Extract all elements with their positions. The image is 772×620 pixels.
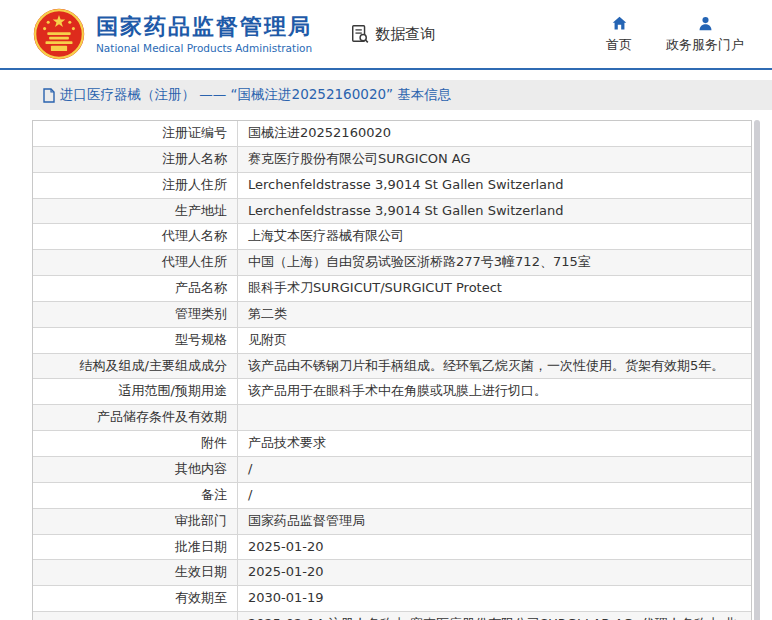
row-label: 变更情况 bbox=[33, 612, 238, 620]
document-search-icon bbox=[350, 24, 370, 44]
table-row: 其他内容/ bbox=[33, 456, 751, 482]
person-icon bbox=[697, 15, 714, 32]
table-row: 注册证编号国械注进20252160020 bbox=[33, 121, 751, 146]
table-row: 适用范围/预期用途该产品用于在眼科手术中在角膜或巩膜上进行切口。 bbox=[33, 378, 751, 404]
row-label-text: 附件 bbox=[201, 434, 227, 453]
row-label: 产品名称 bbox=[33, 276, 238, 301]
row-value: 2025-01-20 bbox=[238, 560, 751, 585]
table-row: 结构及组成/主要组成成分该产品由不锈钢刀片和手柄组成。经环氧乙烷灭菌，一次性使用… bbox=[33, 353, 751, 379]
header-right-nav: 首页 政务服务门户 bbox=[606, 15, 744, 54]
nav-home-label: 首页 bbox=[606, 36, 632, 54]
row-label: 生效日期 bbox=[33, 560, 238, 585]
row-label: 管理类别 bbox=[33, 302, 238, 327]
nav-gov-portal-label: 政务服务门户 bbox=[666, 36, 744, 54]
table-row: 型号规格见附页 bbox=[33, 327, 751, 353]
row-value: 国家药品监督管理局 bbox=[238, 509, 751, 534]
national-emblem-logo bbox=[32, 7, 86, 61]
table-row: 附件产品技术要求 bbox=[33, 430, 751, 456]
row-label-text: 代理人住所 bbox=[162, 253, 227, 272]
table-row: 注册人名称赛克医疗股份有限公司SURGICON AG bbox=[33, 146, 751, 172]
row-label-text: 代理人名称 bbox=[162, 227, 227, 246]
data-query-label: 数据查询 bbox=[375, 25, 435, 44]
row-value: 该产品用于在眼科手术中在角膜或巩膜上进行切口。 bbox=[238, 379, 751, 404]
row-label: 备注 bbox=[33, 483, 238, 508]
table-row: 有效期至2030-01-19 bbox=[33, 585, 751, 611]
brand-block: 国家药品监督管理局 National Medical Products Admi… bbox=[96, 14, 312, 54]
agency-subtitle: National Medical Products Administration bbox=[96, 42, 312, 54]
row-label-text: 批准日期 bbox=[175, 538, 227, 557]
table-zone: 注册证编号国械注进20252160020注册人名称赛克医疗股份有限公司SURGI… bbox=[32, 120, 772, 620]
row-value: Lerchenfeldstrasse 3,9014 St Gallen Swit… bbox=[238, 199, 751, 224]
row-label: 代理人名称 bbox=[33, 224, 238, 249]
row-label: 代理人住所 bbox=[33, 250, 238, 275]
agency-title: 国家药品监督管理局 bbox=[96, 14, 312, 40]
table-row: 审批部门国家药品监督管理局 bbox=[33, 508, 751, 534]
row-value: 见附页 bbox=[238, 328, 751, 353]
vertical-scrollbar[interactable] bbox=[754, 120, 760, 620]
row-label-text: 注册人住所 bbox=[162, 176, 227, 195]
row-value: 上海艾本医疗器械有限公司 bbox=[238, 224, 751, 249]
row-label-text: 适用范围/预期用途 bbox=[119, 382, 227, 401]
row-value: 中国（上海）自由贸易试验区浙桥路277号3幢712、715室 bbox=[238, 250, 751, 275]
row-value: 该产品由不锈钢刀片和手柄组成。经环氧乙烷灭菌，一次性使用。货架有效期5年。 bbox=[238, 354, 751, 379]
table-row: 备注/ bbox=[33, 482, 751, 508]
row-label: 注册人住所 bbox=[33, 173, 238, 198]
row-label-text: 其他内容 bbox=[175, 460, 227, 479]
breadcrumb-bar: 进口医疗器械（注册） —— “国械注进20252160020” 基本信息 bbox=[30, 80, 772, 110]
table-row: 生效日期2025-01-20 bbox=[33, 559, 751, 585]
row-label: 有效期至 bbox=[33, 586, 238, 611]
row-label-text: 产品储存条件及有效期 bbox=[97, 408, 227, 427]
row-label-text: 注册证编号 bbox=[162, 124, 227, 143]
info-table: 注册证编号国械注进20252160020注册人名称赛克医疗股份有限公司SURGI… bbox=[32, 120, 752, 620]
nav-gov-portal[interactable]: 政务服务门户 bbox=[666, 15, 744, 54]
row-label-text: 生产地址 bbox=[175, 202, 227, 221]
row-value: 国械注进20252160020 bbox=[238, 121, 751, 146]
table-row: 管理类别第二类 bbox=[33, 301, 751, 327]
row-value: 2030-01-19 bbox=[238, 586, 751, 611]
row-label-text: 备注 bbox=[201, 486, 227, 505]
table-row: 生产地址Lerchenfeldstrasse 3,9014 St Gallen … bbox=[33, 198, 751, 224]
row-label-text: 审批部门 bbox=[175, 512, 227, 531]
row-label: 注册证编号 bbox=[33, 121, 238, 146]
row-value: 2025-01-20 bbox=[238, 535, 751, 560]
table-row: 注册人住所Lerchenfeldstrasse 3,9014 St Gallen… bbox=[33, 172, 751, 198]
page-title: 进口医疗器械（注册） —— “国械注进20252160020” 基本信息 bbox=[60, 86, 451, 104]
document-icon bbox=[42, 88, 56, 103]
row-value: / bbox=[238, 483, 751, 508]
table-row: 代理人名称上海艾本医疗器械有限公司 bbox=[33, 223, 751, 249]
row-value: 产品技术要求 bbox=[238, 431, 751, 456]
row-label-text: 产品名称 bbox=[175, 279, 227, 298]
row-value: Lerchenfeldstrasse 3,9014 St Gallen Swit… bbox=[238, 173, 751, 198]
row-label: 适用范围/预期用途 bbox=[33, 379, 238, 404]
row-label: 审批部门 bbox=[33, 509, 238, 534]
row-label-text: 管理类别 bbox=[175, 305, 227, 324]
row-label-text: 注册人名称 bbox=[162, 150, 227, 169]
header: 国家药品监督管理局 National Medical Products Admi… bbox=[0, 0, 772, 70]
nav-home[interactable]: 首页 bbox=[606, 15, 632, 54]
row-label: 附件 bbox=[33, 431, 238, 456]
row-label: 生产地址 bbox=[33, 199, 238, 224]
row-value bbox=[238, 405, 751, 430]
row-label: 型号规格 bbox=[33, 328, 238, 353]
table-row: 变更情况2025-02-14 注册人名称由:赛克医疗股份有限公司SURGI LA… bbox=[33, 611, 751, 620]
data-query-nav[interactable]: 数据查询 bbox=[350, 24, 435, 44]
row-label-text: 结构及组成/主要组成成分 bbox=[80, 357, 227, 376]
row-label: 结构及组成/主要组成成分 bbox=[33, 354, 238, 379]
table-row: 产品储存条件及有效期 bbox=[33, 404, 751, 430]
row-value: 2025-02-14 注册人名称由:赛克医疗股份有限公司SURGI LAB AG… bbox=[238, 612, 751, 620]
row-label-text: 生效日期 bbox=[175, 563, 227, 582]
row-label: 产品储存条件及有效期 bbox=[33, 405, 238, 430]
row-value: 第二类 bbox=[238, 302, 751, 327]
table-row: 批准日期2025-01-20 bbox=[33, 534, 751, 560]
row-label: 注册人名称 bbox=[33, 147, 238, 172]
row-label-text: 有效期至 bbox=[175, 589, 227, 608]
row-value: / bbox=[238, 457, 751, 482]
table-row: 产品名称眼科手术刀SURGICUT/SURGICUT Protect bbox=[33, 275, 751, 301]
home-icon bbox=[611, 15, 628, 32]
row-label-text: 型号规格 bbox=[175, 331, 227, 350]
row-value: 眼科手术刀SURGICUT/SURGICUT Protect bbox=[238, 276, 751, 301]
table-row: 代理人住所中国（上海）自由贸易试验区浙桥路277号3幢712、715室 bbox=[33, 249, 751, 275]
row-label: 批准日期 bbox=[33, 535, 238, 560]
row-value: 赛克医疗股份有限公司SURGICON AG bbox=[238, 147, 751, 172]
row-label: 其他内容 bbox=[33, 457, 238, 482]
